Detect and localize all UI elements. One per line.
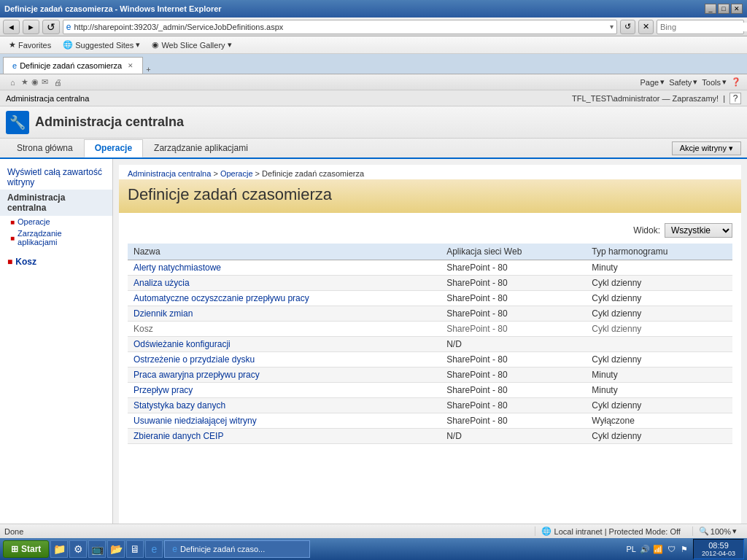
- tab-zarzadzanie-aplikacjami[interactable]: Zarządzanie aplikacjami: [143, 139, 259, 157]
- job-name-link[interactable]: Statystyka bazy danych: [133, 400, 225, 411]
- sp-nav-tabs: Strona główna Operacje Zarządzanie aplik…: [6, 139, 259, 157]
- cell-app: SharePoint - 80: [441, 352, 586, 368]
- go-dropdown[interactable]: ▾: [610, 23, 614, 31]
- cell-app: SharePoint - 80: [441, 398, 586, 413]
- breadcrumb-sep2: >: [255, 169, 262, 178]
- breadcrumb-operacje[interactable]: Operacje: [220, 169, 253, 178]
- table-body: Alerty natychmiastoweSharePoint - 80Minu…: [128, 260, 732, 444]
- cell-name[interactable]: Statystyka bazy danych: [128, 398, 441, 413]
- job-name-link[interactable]: Przepływ pracy: [133, 385, 193, 395]
- cell-name[interactable]: Automatyczne oczyszczanie przepływu prac…: [128, 291, 441, 306]
- new-tab-button[interactable]: +: [143, 65, 153, 74]
- page-label: Page: [640, 78, 659, 87]
- suggested-sites-chevron: ▾: [136, 40, 140, 50]
- job-name-link[interactable]: Automatyczne oczyszczanie przepływu prac…: [133, 293, 309, 303]
- job-name-link[interactable]: Alerty natychmiastowe: [133, 262, 221, 273]
- zoom-icon: 🔍: [699, 526, 709, 536]
- actions-button[interactable]: Akcje witryny ▾: [672, 141, 741, 155]
- safety-menu[interactable]: Safety ▾: [669, 77, 697, 87]
- zoom-chevron[interactable]: ▾: [732, 526, 737, 536]
- sp-logo-icon: 🔧: [9, 114, 26, 131]
- job-name-link[interactable]: Usuwanie niedziałającej witryny: [133, 416, 257, 426]
- job-name-link[interactable]: Praca awaryjna przepływu pracy: [133, 370, 260, 380]
- cell-schedule: Cykl dzienny: [586, 322, 732, 337]
- view-select[interactable]: Wszystkie Aktywne Nieaktywne: [665, 223, 732, 238]
- cell-app: SharePoint - 80: [441, 368, 586, 383]
- minimize-button[interactable]: _: [705, 4, 716, 14]
- breadcrumb: Administracja centralna > Operacje > Def…: [119, 165, 741, 179]
- cell-schedule: [586, 337, 732, 352]
- back-button[interactable]: ◄: [3, 20, 20, 34]
- web-slice-gallery-link[interactable]: ◉ Web Slice Gallery ▾: [149, 39, 234, 50]
- breadcrumb-current: Definicje zadań czasomierza: [262, 169, 364, 178]
- cell-name[interactable]: Dziennik zmian: [128, 306, 441, 322]
- tools-menu[interactable]: Tools ▾: [702, 77, 727, 87]
- tab-strona-glowna[interactable]: Strona główna: [6, 139, 84, 157]
- sp-status-right: TFL_TEST\administrator — Zapraszamy! | ?: [572, 93, 741, 104]
- table-area: Widok: Wszystkie Aktywne Nieaktywne Nazw…: [119, 213, 741, 451]
- sp-main-inner: Administracja centralna > Operacje > Def…: [119, 165, 741, 532]
- forward-button[interactable]: ►: [23, 20, 39, 34]
- window-controls[interactable]: _ □ ✕: [705, 4, 743, 14]
- cell-name[interactable]: Ostrzeżenie o przydziale dysku: [128, 352, 441, 368]
- email-icon[interactable]: ✉: [42, 77, 48, 87]
- tab-operacje[interactable]: Operacje: [84, 139, 143, 158]
- cell-name[interactable]: Zbieranie danych CEIP: [128, 429, 441, 444]
- cell-name[interactable]: Usuwanie niedziałającej witryny: [128, 413, 441, 429]
- cell-name[interactable]: Alerty natychmiastowe: [128, 260, 441, 276]
- cell-name[interactable]: Analiza użycia: [128, 276, 441, 291]
- tab-close-icon[interactable]: ✕: [128, 62, 133, 69]
- active-browser-tab[interactable]: e Definicje zadań czasomierza ✕: [3, 57, 143, 74]
- restore-button[interactable]: □: [718, 4, 729, 14]
- sp-content-area: Wyświetl całą zawartość witryny Administ…: [0, 159, 747, 538]
- table-row: Automatyczne oczyszczanie przepływu prac…: [128, 291, 732, 306]
- cell-schedule: Cykl dzienny: [586, 352, 732, 368]
- table-row: KoszSharePoint - 80Cykl dzienny: [128, 322, 732, 337]
- sidebar-item-zarzadzanie[interactable]: ■ Zarządzanie aplikacjami: [0, 228, 112, 248]
- cell-name[interactable]: Odświeżanie konfiguracji: [128, 337, 441, 352]
- cell-name[interactable]: Praca awaryjna przepływu pracy: [128, 368, 441, 383]
- print-icon[interactable]: 🖨: [54, 78, 62, 87]
- table-row: Statystyka bazy danychSharePoint - 80Cyk…: [128, 398, 732, 413]
- window-title: Definicje zadań czasomierza - Windows In…: [4, 4, 222, 13]
- cell-name[interactable]: Przepływ pracy: [128, 383, 441, 398]
- help-button[interactable]: ❓: [731, 77, 741, 87]
- sidebar-show-all[interactable]: Wyświetl całą zawartość witryny: [0, 165, 112, 190]
- cell-name: Kosz: [128, 322, 441, 337]
- favorites-button[interactable]: ★ Favorites: [6, 39, 54, 50]
- nav-go-button[interactable]: ↺: [620, 20, 635, 34]
- cell-app: SharePoint - 80: [441, 260, 586, 276]
- web-slice-label: Web Slice Gallery: [161, 41, 225, 50]
- job-name-link[interactable]: Analiza użycia: [133, 278, 190, 288]
- sidebar-item-operacje[interactable]: ■ Operacje: [0, 216, 112, 228]
- job-name-link[interactable]: Zbieranie danych CEIP: [133, 431, 223, 441]
- sidebar-kosz[interactable]: ■ Kosz: [0, 254, 112, 270]
- rss-icon[interactable]: ◉: [31, 77, 39, 87]
- stop-button[interactable]: ✕: [638, 20, 654, 34]
- ie-command-toolbar: ⌂ ★ ◉ ✉ 🖨 Page ▾ Safety ▾ Tools ▾ ❓: [0, 74, 747, 90]
- view-label: Widok:: [633, 225, 660, 236]
- home-icon[interactable]: ⌂: [10, 78, 15, 87]
- url-input[interactable]: [74, 23, 610, 31]
- favorites-bar: ★ Favorites 🌐 Suggested Sites ▾ ◉ Web Sl…: [0, 36, 747, 54]
- col-aplikacja: Aplikacja sieci Web: [441, 244, 586, 260]
- cell-app: N/D: [441, 429, 586, 444]
- search-input[interactable]: [660, 23, 747, 31]
- browser-statusbar: Done 🌐 Local intranet | Protected Mode: …: [0, 524, 747, 538]
- job-name-link[interactable]: Odświeżanie konfiguracji: [133, 339, 231, 349]
- favorites-toolbar-icon[interactable]: ★: [21, 77, 28, 87]
- job-name-link[interactable]: Dziennik zmian: [133, 308, 193, 319]
- refresh-button[interactable]: ↺: [42, 20, 60, 34]
- sp-user-separator: |: [723, 94, 725, 103]
- zoom-level: 100%: [711, 527, 731, 536]
- cell-schedule: Cykl dzienny: [586, 291, 732, 306]
- page-menu[interactable]: Page ▾: [640, 77, 665, 87]
- breadcrumb-home[interactable]: Administracja centralna: [128, 169, 211, 178]
- close-button[interactable]: ✕: [731, 4, 743, 14]
- table-row: Odświeżanie konfiguracjiN/D: [128, 337, 732, 352]
- job-name-link[interactable]: Ostrzeżenie o przydziale dysku: [133, 354, 255, 365]
- sp-help-icon[interactable]: ?: [729, 93, 741, 104]
- cell-app: SharePoint - 80: [441, 413, 586, 429]
- table-row: Przepływ pracySharePoint - 80Minuty: [128, 383, 732, 398]
- suggested-sites-link[interactable]: 🌐 Suggested Sites ▾: [60, 39, 143, 50]
